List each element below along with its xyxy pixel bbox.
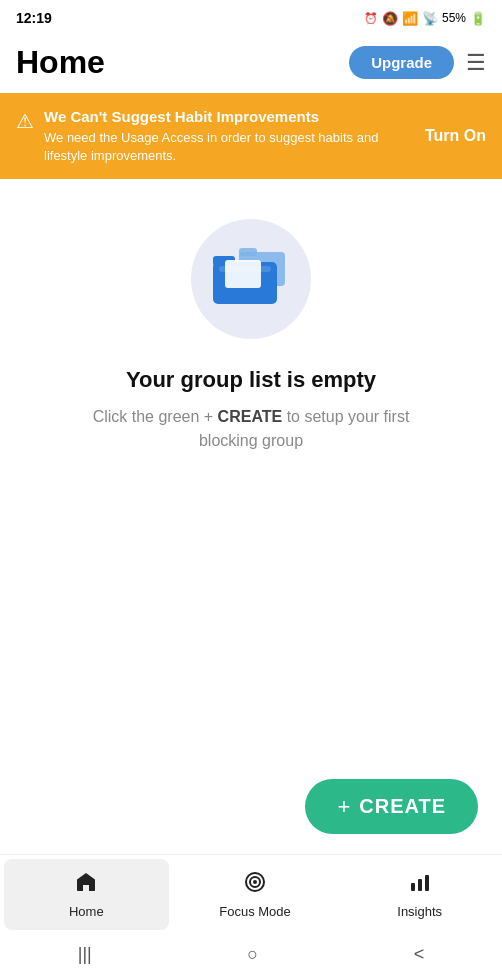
svg-rect-5 <box>225 260 261 288</box>
recent-apps-button[interactable]: ||| <box>78 944 92 965</box>
alarm-icon: ⏰ <box>364 12 378 25</box>
empty-state: Your group list is empty Click the green… <box>0 179 502 473</box>
spacer <box>0 473 502 769</box>
folder-illustration <box>191 219 311 339</box>
empty-desc-part1: Click the green + <box>93 408 218 425</box>
status-time: 12:19 <box>16 10 52 26</box>
header-right: Upgrade ☰ <box>349 46 486 79</box>
create-button[interactable]: + CREATE <box>305 779 478 834</box>
create-label: CREATE <box>359 795 446 818</box>
page-wrapper: 12:19 ⏰ 🔕 📶 📡 55% 🔋 Home Upgrade ☰ ⚠ We … <box>0 0 502 974</box>
svg-rect-9 <box>411 883 415 891</box>
nav-item-insights[interactable]: Insights <box>337 855 502 934</box>
empty-desc-bold: CREATE <box>218 408 283 425</box>
status-icons: ⏰ 🔕 📶 📡 55% 🔋 <box>364 11 486 26</box>
folder-icon <box>211 244 291 314</box>
turn-on-button[interactable]: Turn On <box>425 127 486 145</box>
warning-icon: ⚠ <box>16 109 34 133</box>
insights-nav-label: Insights <box>397 904 442 919</box>
svg-rect-10 <box>418 879 422 891</box>
page-title: Home <box>16 44 105 81</box>
focus-mode-nav-label: Focus Mode <box>219 904 291 919</box>
app-header: Home Upgrade ☰ <box>0 36 502 93</box>
create-plus-icon: + <box>337 796 351 818</box>
empty-title: Your group list is empty <box>126 367 376 393</box>
home-button[interactable]: ○ <box>247 944 258 965</box>
signal-icon: 📡 <box>422 11 438 26</box>
insights-nav-icon <box>408 870 432 900</box>
create-area: + CREATE <box>0 769 502 854</box>
warning-banner: ⚠ We Can't Suggest Habit Improvements We… <box>0 93 502 179</box>
nav-item-home[interactable]: Home <box>4 859 169 930</box>
nav-item-focus-mode[interactable]: Focus Mode <box>173 855 338 934</box>
battery-level: 55% <box>442 11 466 25</box>
svg-rect-11 <box>425 875 429 891</box>
bottom-navigation: Home Focus Mode Insights <box>0 854 502 934</box>
banner-text-block: We Can't Suggest Habit Improvements We n… <box>44 107 415 165</box>
battery-icon: 🔋 <box>470 11 486 26</box>
upgrade-button[interactable]: Upgrade <box>349 46 454 79</box>
menu-icon[interactable]: ☰ <box>466 52 486 74</box>
svg-rect-1 <box>239 248 257 256</box>
banner-description: We need the Usage Access in order to sug… <box>44 129 415 165</box>
mute-icon: 🔕 <box>382 11 398 26</box>
banner-left: ⚠ We Can't Suggest Habit Improvements We… <box>16 107 415 165</box>
home-nav-label: Home <box>69 904 104 919</box>
system-navigation: ||| ○ < <box>0 934 502 974</box>
focus-mode-nav-icon <box>243 870 267 900</box>
home-nav-icon <box>74 870 98 900</box>
back-button[interactable]: < <box>414 944 425 965</box>
status-bar: 12:19 ⏰ 🔕 📶 📡 55% 🔋 <box>0 0 502 36</box>
svg-point-8 <box>253 880 257 884</box>
empty-description: Click the green + CREATE to setup your f… <box>91 405 411 453</box>
wifi-icon: 📶 <box>402 11 418 26</box>
banner-title: We Can't Suggest Habit Improvements <box>44 107 415 127</box>
